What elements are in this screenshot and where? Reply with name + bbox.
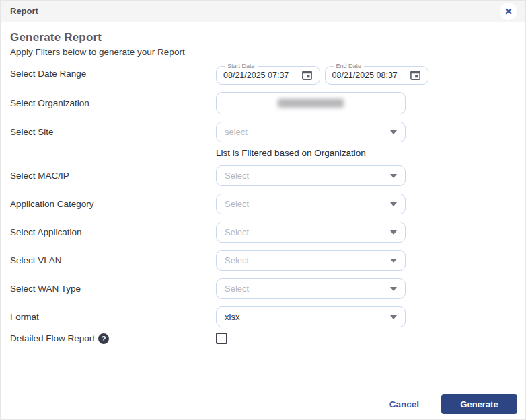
page-title: Generate Report — [10, 31, 516, 44]
date-range-fields: Start Date 08/21/2025 07:37 End — [216, 62, 428, 85]
help-icon[interactable]: ? — [98, 333, 109, 344]
site-label: Select Site — [10, 122, 216, 142]
start-date-field-label: Start Date — [225, 62, 258, 69]
dialog-title: Report — [10, 6, 38, 16]
chevron-down-icon — [390, 315, 397, 319]
chevron-down-icon — [390, 287, 397, 291]
start-date-value[interactable]: 08/21/2025 07:37 — [223, 71, 289, 80]
dialog-content: Generate Report Apply Filters below to g… — [1, 22, 525, 344]
close-icon[interactable]: ✕ — [500, 3, 517, 20]
calendar-icon[interactable] — [410, 69, 421, 81]
organization-value-redacted — [278, 99, 344, 108]
application-label: Select Application — [10, 227, 216, 237]
vlan-select[interactable]: Select — [216, 250, 406, 271]
end-date-field[interactable]: End Date 08/21/2025 08:37 — [325, 62, 429, 85]
page-subtitle: Apply Filters below to generate your Rep… — [10, 47, 516, 57]
detailed-flow-report-label: Detailed Flow Report — [10, 333, 95, 343]
detailed-flow-report-label-wrap: Detailed Flow Report ? — [10, 333, 216, 344]
end-date-value[interactable]: 08/21/2025 08:37 — [332, 71, 398, 80]
row-mac-ip: Select MAC/IP Select — [10, 165, 516, 186]
date-range-label: Select Date Range — [10, 69, 216, 79]
row-vlan: Select VLAN Select — [10, 250, 516, 271]
row-format: Format xlsx — [10, 306, 516, 327]
row-wan-type: Select WAN Type Select — [10, 278, 516, 299]
application-select[interactable]: Select — [216, 222, 406, 243]
row-site: Select Site select List is Filtered base… — [10, 122, 516, 158]
wan-type-select[interactable]: Select — [216, 278, 406, 299]
chevron-down-icon — [390, 174, 397, 178]
chevron-down-icon — [390, 230, 397, 235]
row-organization: Select Organization — [10, 92, 516, 114]
site-helper-text: List is Filtered based on Organization — [216, 148, 406, 158]
chevron-down-icon — [390, 202, 397, 206]
organization-label: Select Organization — [10, 98, 216, 108]
calendar-icon[interactable] — [301, 69, 313, 81]
organization-input[interactable] — [216, 92, 406, 114]
mac-ip-select[interactable]: Select — [216, 165, 406, 186]
row-application-category: Application Category Select — [10, 194, 516, 214]
application-category-select[interactable]: Select — [216, 194, 406, 214]
format-select[interactable]: xlsx — [216, 306, 406, 327]
generate-report-dialog: Report ✕ Generate Report Apply Filters b… — [0, 0, 526, 420]
vlan-select-placeholder: Select — [225, 255, 249, 265]
cancel-button[interactable]: Cancel — [389, 399, 419, 409]
vlan-label: Select VLAN — [10, 255, 216, 265]
row-detailed-flow-report: Detailed Flow Report ? — [10, 333, 516, 344]
format-label: Format — [10, 312, 216, 322]
end-date-field-label: End Date — [334, 62, 365, 69]
application-select-placeholder: Select — [225, 227, 249, 237]
row-application: Select Application Select — [10, 222, 516, 243]
application-category-select-placeholder: Select — [225, 199, 249, 209]
wan-type-label: Select WAN Type — [10, 284, 216, 294]
start-date-field[interactable]: Start Date 08/21/2025 07:37 — [216, 62, 320, 85]
format-select-value: xlsx — [225, 312, 239, 322]
chevron-down-icon — [390, 259, 397, 263]
wan-type-select-placeholder: Select — [225, 284, 249, 294]
application-category-label: Application Category — [10, 199, 216, 209]
dialog-actions: Cancel Generate — [389, 394, 517, 414]
site-select-placeholder: select — [225, 127, 248, 137]
site-select[interactable]: select — [216, 122, 406, 142]
mac-ip-select-placeholder: Select — [225, 171, 249, 181]
detailed-flow-report-checkbox[interactable] — [216, 333, 227, 344]
mac-ip-label: Select MAC/IP — [10, 171, 216, 181]
generate-button[interactable]: Generate — [441, 394, 517, 414]
chevron-down-icon — [390, 130, 397, 134]
row-date-range: Select Date Range Start Date 08/21/2025 … — [10, 62, 516, 85]
dialog-titlebar: Report ✕ — [1, 1, 525, 22]
